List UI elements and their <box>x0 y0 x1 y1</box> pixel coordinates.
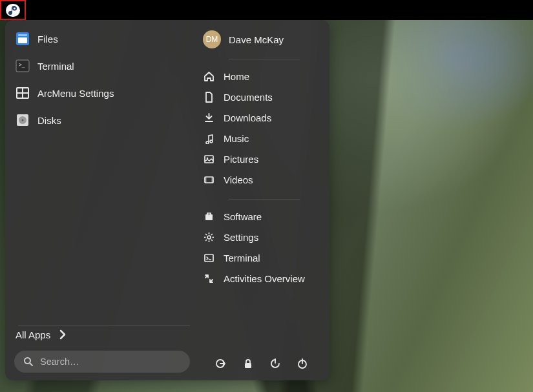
svg-line-29 <box>211 240 213 241</box>
place-label: Documents <box>224 92 273 103</box>
search-input[interactable] <box>40 356 181 367</box>
files-icon <box>16 32 30 46</box>
place-music[interactable]: Music <box>202 129 318 147</box>
place-videos[interactable]: Videos <box>202 170 318 189</box>
activities-icon <box>203 273 214 284</box>
user-name-label: Dave McKay <box>229 34 284 45</box>
svg-line-30 <box>205 240 207 241</box>
arcmenu-panel: Files >_ Terminal ArcMenu Settings Disks… <box>5 20 329 380</box>
terminal-icon: >_ <box>16 59 30 73</box>
svg-point-18 <box>206 157 208 159</box>
place-label: Videos <box>224 174 253 185</box>
svg-rect-20 <box>205 177 207 183</box>
restart-button[interactable] <box>269 357 282 370</box>
svg-rect-32 <box>205 254 213 262</box>
place-pictures[interactable]: Pictures <box>202 150 318 168</box>
shortcut-label: Terminal <box>224 253 260 263</box>
divider <box>229 199 300 200</box>
fedora-logo-icon <box>5 3 21 17</box>
terminal-icon <box>203 252 214 263</box>
place-home[interactable]: Home <box>202 67 318 85</box>
place-downloads[interactable]: Downloads <box>202 108 318 127</box>
user-row[interactable]: DM Dave McKay <box>202 29 318 59</box>
pinned-item-terminal[interactable]: >_ Terminal <box>14 56 190 76</box>
pinned-item-files[interactable]: Files <box>14 29 190 48</box>
svg-line-31 <box>211 234 213 235</box>
avatar: DM <box>203 30 221 48</box>
divider <box>18 325 190 326</box>
svg-text:>_: >_ <box>19 62 25 68</box>
shortcut-activities[interactable]: Activities Overview <box>202 269 318 287</box>
shortcut-terminal[interactable]: Terminal <box>202 249 318 267</box>
chevron-right-icon <box>57 329 68 340</box>
search-icon <box>23 356 34 367</box>
place-label: Home <box>224 71 249 82</box>
pinned-label: ArcMenu Settings <box>37 88 114 99</box>
svg-point-23 <box>207 236 211 239</box>
shortcut-software[interactable]: Software <box>202 207 318 225</box>
music-icon <box>203 132 214 144</box>
arcmenu-settings-icon <box>16 86 30 100</box>
shortcut-label: Settings <box>224 232 258 243</box>
svg-rect-3 <box>18 34 27 36</box>
all-apps-button[interactable]: All Apps <box>14 325 190 344</box>
place-label: Music <box>224 133 249 144</box>
gear-icon <box>203 231 214 243</box>
place-label: Pictures <box>224 154 258 165</box>
power-button[interactable] <box>296 357 309 370</box>
menu-left-column: Files >_ Terminal ArcMenu Settings Disks… <box>5 20 196 380</box>
place-documents[interactable]: Documents <box>202 88 318 106</box>
pinned-label: Terminal <box>37 61 74 72</box>
shortcut-settings[interactable]: Settings <box>202 228 318 246</box>
svg-rect-22 <box>205 214 213 220</box>
shortcut-label: Activities Overview <box>224 273 305 284</box>
pictures-icon <box>203 153 214 165</box>
document-icon <box>203 91 214 103</box>
svg-rect-34 <box>245 363 251 368</box>
pinned-item-disks[interactable]: Disks <box>14 110 190 130</box>
svg-rect-10 <box>17 94 22 98</box>
svg-rect-9 <box>23 88 28 92</box>
place-label: Downloads <box>224 112 271 123</box>
download-icon <box>203 112 214 123</box>
lock-button[interactable] <box>242 357 255 370</box>
all-apps-label: All Apps <box>16 329 50 340</box>
svg-rect-0 <box>6 4 20 17</box>
topbar <box>0 0 533 20</box>
shortcut-label: Software <box>224 211 262 222</box>
svg-rect-21 <box>211 177 213 183</box>
svg-rect-8 <box>17 88 22 92</box>
home-icon <box>203 70 214 82</box>
menu-right-column: DM Dave McKay Home Documents Downloads M… <box>196 20 329 380</box>
pinned-item-arcmenu-settings[interactable]: ArcMenu Settings <box>14 83 190 103</box>
svg-line-16 <box>30 363 32 366</box>
disks-icon <box>16 113 30 127</box>
svg-rect-11 <box>23 94 28 98</box>
svg-line-28 <box>205 234 207 235</box>
svg-rect-4 <box>18 37 27 43</box>
session-buttons <box>202 353 318 373</box>
divider <box>229 59 300 59</box>
activities-button[interactable] <box>0 0 26 20</box>
pinned-label: Disks <box>37 115 61 126</box>
software-icon <box>203 211 214 222</box>
logout-button[interactable] <box>214 357 227 370</box>
pinned-label: Files <box>37 34 58 45</box>
svg-point-14 <box>22 119 24 121</box>
search-box[interactable] <box>14 351 190 373</box>
videos-icon <box>203 174 214 185</box>
